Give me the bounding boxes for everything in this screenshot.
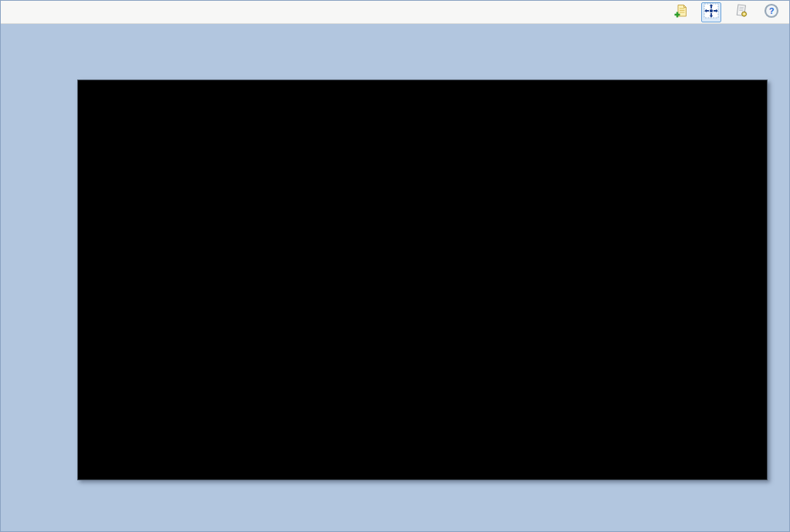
help-button[interactable]: ?: [761, 2, 782, 22]
help-icon: ?: [764, 3, 779, 22]
add-annotation-icon: [673, 3, 689, 22]
add-annotation-button[interactable]: [671, 2, 691, 22]
toolbar-icons: ?: [671, 1, 782, 24]
spectrum-density-plot[interactable]: [77, 80, 768, 480]
legend-gradient-bar: [490, 44, 724, 55]
chart-panel: [1, 24, 789, 531]
report-settings-icon: [734, 3, 749, 22]
pan-crosshair-icon: [704, 3, 719, 22]
view-selector-dropdown[interactable]: [4, 10, 22, 15]
report-settings-button[interactable]: [731, 2, 751, 22]
density-heatmap-canvas[interactable]: [78, 80, 767, 479]
toolbar: ?: [1, 1, 789, 24]
pan-tool-button[interactable]: [701, 2, 721, 22]
app-window: ?: [0, 0, 790, 532]
density-legend: [1, 44, 789, 56]
band-selector-dropdown[interactable]: [32, 10, 50, 15]
svg-text:?: ?: [769, 6, 775, 15]
